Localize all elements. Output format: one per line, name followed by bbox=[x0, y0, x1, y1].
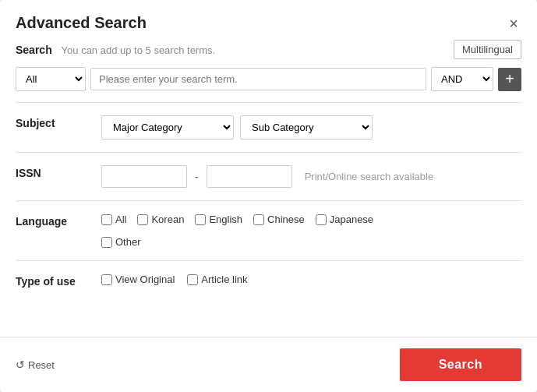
view-original-label: View Original bbox=[115, 274, 175, 285]
language-english-label: English bbox=[209, 214, 242, 225]
modal-title: Advanced Search bbox=[16, 14, 147, 32]
language-english-item[interactable]: English bbox=[195, 214, 242, 225]
sub-category-select[interactable]: Sub Category bbox=[240, 115, 373, 139]
article-link-item[interactable]: Article link bbox=[187, 274, 247, 285]
language-all-item[interactable]: All bbox=[101, 214, 126, 225]
article-link-checkbox[interactable] bbox=[187, 274, 198, 285]
search-row: All Title Author Keyword Abstract AND OR… bbox=[16, 67, 521, 91]
search-operator-select[interactable]: AND OR NOT bbox=[431, 67, 493, 91]
type-of-use-label: Type of use bbox=[16, 274, 101, 288]
language-label: Language bbox=[16, 214, 101, 228]
subject-label: Subject bbox=[16, 115, 101, 129]
search-label: Search bbox=[16, 44, 52, 56]
language-content: All Korean English Chinese bbox=[101, 214, 521, 248]
language-chinese-item[interactable]: Chinese bbox=[253, 214, 305, 225]
language-all-checkbox[interactable] bbox=[101, 214, 112, 225]
reset-label: Reset bbox=[28, 359, 55, 371]
issn-label: ISSN bbox=[16, 165, 101, 179]
modal-footer: ↺ Reset Search bbox=[0, 337, 537, 392]
search-section: Search You can add up to 5 search terms.… bbox=[16, 40, 521, 103]
language-other-label: Other bbox=[115, 236, 141, 248]
issn-dash: - bbox=[195, 171, 199, 183]
multilingual-button[interactable]: Multilingual bbox=[454, 40, 521, 59]
reset-button[interactable]: ↺ Reset bbox=[16, 358, 55, 371]
language-other-checkbox[interactable] bbox=[101, 237, 112, 248]
subject-section: Subject Major Category Sub Category bbox=[16, 103, 521, 153]
issn-section: ISSN - Print/Online search available bbox=[16, 153, 521, 201]
close-button[interactable]: × bbox=[506, 16, 521, 31]
language-korean-checkbox[interactable] bbox=[137, 214, 148, 225]
language-english-checkbox[interactable] bbox=[195, 214, 206, 225]
language-chinese-label: Chinese bbox=[267, 214, 305, 225]
view-original-checkbox[interactable] bbox=[101, 274, 112, 285]
article-link-label: Article link bbox=[201, 274, 247, 285]
search-button[interactable]: Search bbox=[400, 348, 521, 381]
issn-second-input[interactable] bbox=[207, 165, 292, 188]
issn-content: - Print/Online search available bbox=[101, 165, 521, 188]
advanced-search-modal: Advanced Search × Search You can add up … bbox=[0, 0, 537, 392]
plus-icon: + bbox=[505, 70, 514, 88]
language-chinese-checkbox[interactable] bbox=[253, 214, 264, 225]
issn-hint: Print/Online search available bbox=[305, 171, 433, 182]
reset-icon: ↺ bbox=[16, 358, 25, 371]
language-row-1: All Korean English Chinese bbox=[101, 214, 380, 225]
language-korean-label: Korean bbox=[151, 214, 184, 225]
language-section: Language All Korean English bbox=[16, 201, 521, 261]
add-term-button[interactable]: + bbox=[498, 68, 521, 91]
language-other-item[interactable]: Other bbox=[101, 236, 141, 248]
language-japanese-label: Japanese bbox=[330, 214, 373, 225]
language-row-2: Other bbox=[101, 236, 521, 248]
language-all-label: All bbox=[115, 214, 126, 225]
language-japanese-item[interactable]: Japanese bbox=[316, 214, 373, 225]
search-type-select[interactable]: All Title Author Keyword Abstract bbox=[16, 67, 86, 91]
search-top: Search You can add up to 5 search terms.… bbox=[16, 40, 521, 59]
search-hint: You can add up to 5 search terms. bbox=[62, 44, 216, 56]
type-of-use-content: View Original Article link bbox=[101, 274, 521, 285]
view-original-item[interactable]: View Original bbox=[101, 274, 175, 285]
language-korean-item[interactable]: Korean bbox=[137, 214, 184, 225]
type-of-use-section: Type of use View Original Article link bbox=[16, 261, 521, 300]
major-category-select[interactable]: Major Category bbox=[101, 115, 234, 139]
search-top-left: Search You can add up to 5 search terms. bbox=[16, 44, 215, 56]
language-japanese-checkbox[interactable] bbox=[316, 214, 327, 225]
subject-content: Major Category Sub Category bbox=[101, 115, 521, 139]
modal-header: Advanced Search × bbox=[0, 0, 537, 40]
modal-body: Search You can add up to 5 search terms.… bbox=[0, 40, 537, 337]
search-input[interactable] bbox=[90, 68, 426, 90]
issn-first-input[interactable] bbox=[101, 165, 187, 188]
